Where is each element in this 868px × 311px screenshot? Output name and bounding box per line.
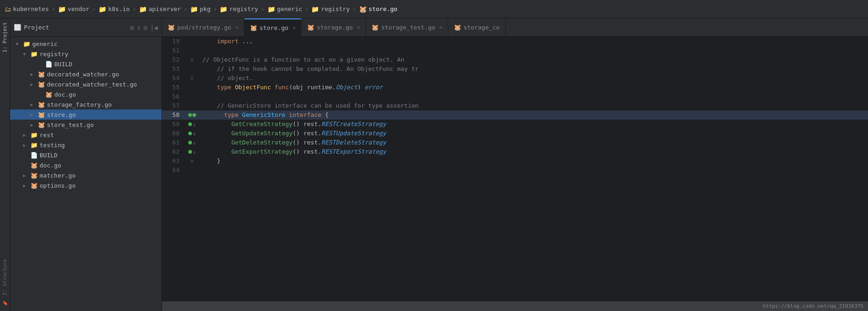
panel-actions: ⚙ ⇕ ⚙ |◀ xyxy=(130,24,158,31)
tab-pod-strategy-icon: 🐹 xyxy=(168,24,175,31)
go-sf-icon: 🐹 xyxy=(38,101,45,108)
breadcrumb-storefile[interactable]: 🐹 store.go xyxy=(359,6,398,13)
tree-item-decorated-watcher-test[interactable]: ▶ 🐹 decorated_watcher_test.go xyxy=(10,79,162,89)
gutter-dot-59 xyxy=(188,122,192,126)
breadcrumb-k8sio[interactable]: 📁 k8s.io xyxy=(98,6,130,13)
breadcrumb-registry1[interactable]: 📁 registry xyxy=(220,6,258,13)
code-line-54: 54 ▽ // object. xyxy=(162,74,868,83)
tab-storage-co[interactable]: 🐹 storage_co xyxy=(448,18,505,36)
arrow-sf: ▶ xyxy=(30,102,38,107)
tab-store[interactable]: 🐹 store.go ✕ xyxy=(244,18,301,36)
tab-store-close[interactable]: ✕ xyxy=(293,25,296,31)
tree-item-rest[interactable]: ▶ 📁 rest xyxy=(10,130,162,140)
go-options-icon: 🐹 xyxy=(30,182,38,189)
code-line-51: 51 xyxy=(162,46,868,55)
registry2-folder-icon: 📁 xyxy=(311,6,319,13)
code-line-60: 60 ↓ GetUpdateStrategy() rest.RESTUpdate… xyxy=(162,129,868,138)
tree-item-doc[interactable]: 🐹 doc.go xyxy=(10,89,162,99)
expand-icon[interactable]: ⇕ xyxy=(137,24,140,31)
fold-icon-63[interactable]: ▽ xyxy=(191,159,193,164)
arrow-registry: ▼ xyxy=(23,52,30,57)
fold-icon-52[interactable]: ▽ xyxy=(191,58,193,63)
breadcrumb-pkg[interactable]: 📁 pkg xyxy=(190,6,210,13)
breadcrumb-vendor[interactable]: 📁 vendor xyxy=(58,6,89,13)
code-line-56: 56 xyxy=(162,92,868,101)
arrow-dw: ▶ xyxy=(30,72,38,77)
tree-item-options[interactable]: ▶ 🐹 options.go xyxy=(10,180,162,190)
folder-generic-icon: 📁 xyxy=(23,40,30,47)
apiserver-folder-icon: 📁 xyxy=(139,6,147,13)
go-dwt-icon: 🐹 xyxy=(38,81,45,88)
structure-panel-toggle[interactable]: Z: Structure xyxy=(1,257,9,297)
titlebar: 🗂 kubernetes › 📁 vendor › 📁 k8s.io › 📁 a… xyxy=(0,0,868,18)
bookmarks-icon[interactable]: 🔖 xyxy=(0,298,10,307)
tree-item-build1[interactable]: 📄 BUILD xyxy=(10,59,162,69)
project-panel-toggle[interactable]: 1: Project xyxy=(1,20,9,54)
kubernetes-folder-icon: 🗂 xyxy=(5,6,11,13)
tree-item-decorated-watcher[interactable]: ▶ 🐹 decorated_watcher.go xyxy=(10,69,162,79)
generic-folder-icon: 📁 xyxy=(267,6,275,13)
editor-area: 🐹 pod/strategy.go ✕ 🐹 store.go ✕ 🐹 stora… xyxy=(162,18,868,311)
gutter-dot-60 xyxy=(188,132,192,135)
tab-storage-close[interactable]: ✕ xyxy=(357,24,360,30)
tab-store-icon: 🐹 xyxy=(250,24,257,31)
tree-item-build2[interactable]: 📄 BUILD xyxy=(10,150,162,160)
arrow-options: ▶ xyxy=(23,183,30,188)
code-line-19: 19 import ... xyxy=(162,37,868,46)
gutter-dot-61 xyxy=(188,141,192,144)
gutter-dot-58b xyxy=(192,113,196,117)
tree-item-generic[interactable]: ▼ 📁 generic xyxy=(10,39,162,49)
folder-rest-icon: 📁 xyxy=(30,132,38,138)
breadcrumb-apiserver[interactable]: 📁 apiserver xyxy=(139,6,181,13)
status-bar: https://blog.csdn.net/qq_21816375 xyxy=(162,301,868,311)
tab-storage-test-close[interactable]: ✕ xyxy=(440,24,443,30)
status-url: https://blog.csdn.net/qq_21816375 xyxy=(763,303,863,309)
collapse-icon[interactable]: |◀ xyxy=(150,24,158,31)
build-icon-2: 📄 xyxy=(30,152,38,159)
side-strip: 1: Project Z: Structure 🔖 xyxy=(0,18,10,311)
tab-storage-icon: 🐹 xyxy=(307,24,314,31)
gutter-dot-62 xyxy=(188,150,192,154)
tree-item-registry[interactable]: ▼ 📁 registry xyxy=(10,49,162,59)
gear-icon[interactable]: ⚙ xyxy=(130,24,134,31)
tab-storage-test-icon: 🐹 xyxy=(371,24,379,31)
tab-storage-co-icon: 🐹 xyxy=(454,24,461,31)
gutter-dot-58a xyxy=(188,113,192,117)
arrow-storet: ▶ xyxy=(30,122,38,127)
code-line-53: 53 // if the hook cannot be completed. A… xyxy=(162,64,868,74)
breadcrumb-generic[interactable]: 📁 generic xyxy=(267,6,302,13)
arrow-testing: ▶ xyxy=(23,143,30,148)
registry1-folder-icon: 📁 xyxy=(220,6,227,13)
tree-item-store[interactable]: ▶ 🐹 store.go xyxy=(10,109,162,120)
go-dw-icon: 🐹 xyxy=(38,71,45,78)
tab-storage[interactable]: 🐹 storage.go ✕ xyxy=(301,18,366,36)
breadcrumb-kubernetes[interactable]: 🗂 kubernetes xyxy=(5,6,49,13)
project-panel-header: ⬜ Project ⚙ ⇕ ⚙ |◀ xyxy=(10,18,162,37)
go-doc2-icon: 🐹 xyxy=(30,162,38,169)
arrow-rest: ▶ xyxy=(23,132,30,138)
code-line-58: 58 - type GenericStore interface { xyxy=(162,110,868,120)
tab-pod-strategy[interactable]: 🐹 pod/strategy.go ✕ xyxy=(162,18,244,36)
panel-title: ⬜ Project xyxy=(14,24,49,31)
go-storet-icon: 🐹 xyxy=(38,121,45,128)
gutter-arrow-62: ↓ xyxy=(193,150,196,155)
tab-storage-test[interactable]: 🐹 storage_test.go ✕ xyxy=(366,18,448,36)
breadcrumb-registry2[interactable]: 📁 registry xyxy=(311,6,350,13)
settings-icon[interactable]: ⚙ xyxy=(144,24,147,31)
storefile-icon: 🐹 xyxy=(359,6,367,13)
code-line-64: 64 xyxy=(162,166,868,175)
tree-item-matcher[interactable]: ▶ 🐹 matcher.go xyxy=(10,170,162,180)
pkg-folder-icon: 📁 xyxy=(190,6,198,13)
file-tree: ▼ 📁 generic ▼ 📁 registry 📄 BUILD ▶ xyxy=(10,37,162,311)
tree-item-doc2[interactable]: 🐹 doc.go xyxy=(10,160,162,170)
code-line-62: 62 ↓ GetExportStrategy() rest.RESTExport… xyxy=(162,147,868,156)
tree-item-storage-factory[interactable]: ▶ 🐹 storage_factory.go xyxy=(10,99,162,109)
tab-pod-strategy-close[interactable]: ✕ xyxy=(235,24,238,30)
gutter-arrow-60: ↓ xyxy=(193,131,196,136)
code-editor[interactable]: 19 import ... 51 52 ▽ // ObjectFunc is a… xyxy=(162,37,868,301)
fold-icon-54[interactable]: ▽ xyxy=(191,76,193,81)
folder-registry-icon: 📁 xyxy=(30,51,38,58)
main-layout: 1: Project Z: Structure 🔖 ⬜ Project ⚙ ⇕ … xyxy=(0,18,868,311)
tree-item-store-test[interactable]: ▶ 🐹 store_test.go xyxy=(10,120,162,130)
tree-item-testing[interactable]: ▶ 📁 testing xyxy=(10,140,162,150)
